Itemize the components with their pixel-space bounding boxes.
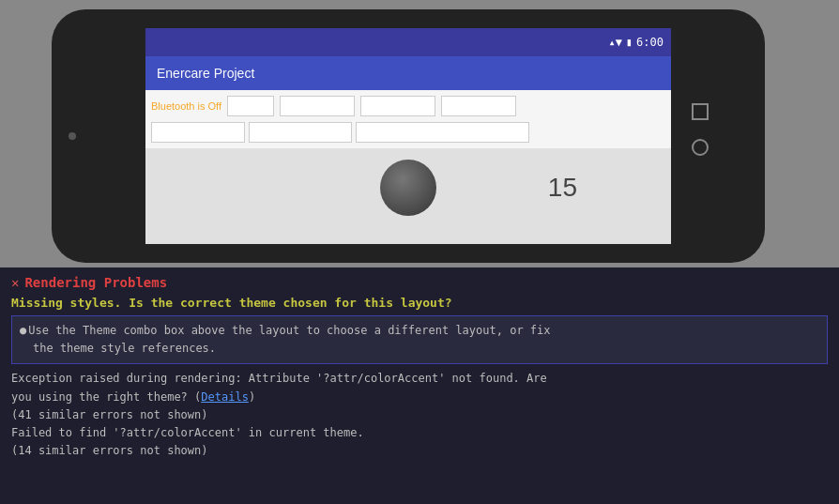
battery-icon: ▮ [626, 36, 633, 49]
you-using-line: you using the right theme? (Details) [11, 389, 828, 406]
nav-square-button[interactable] [692, 103, 709, 120]
status-bar: ▴▼ ▮ 6:00 [145, 28, 671, 56]
phone-screen: ▴▼ ▮ 6:00 Enercare Project Bluetooth is … [145, 28, 671, 244]
input-6[interactable] [249, 122, 352, 143]
wifi-icon: ▴▼ [608, 36, 621, 49]
input-5[interactable] [151, 122, 245, 143]
failed-line: Failed to find '?attr/colorAccent' in cu… [11, 424, 828, 442]
bluetooth-row: Bluetooth is Off [151, 96, 665, 116]
camera-dot [69, 132, 76, 140]
screen-content: Bluetooth is Off [145, 90, 671, 148]
info-box: ●Use the Theme combo box above the layou… [11, 315, 828, 364]
app-bar: Enercare Project [145, 56, 671, 90]
details-link[interactable]: Details [201, 390, 249, 404]
error-panel: ✕ Rendering Problems Missing styles. Is … [0, 267, 839, 504]
phone-device: ▴▼ ▮ 6:00 Enercare Project Bluetooth is … [52, 9, 765, 263]
input-1[interactable] [227, 96, 274, 116]
bluetooth-label: Bluetooth is Off [151, 100, 221, 112]
time-display: 6:00 [636, 36, 664, 49]
error-title: Rendering Problems [24, 275, 167, 290]
nav-buttons [692, 103, 709, 156]
input-3[interactable] [360, 96, 435, 116]
error-heading: Missing styles. Is the correct theme cho… [11, 296, 828, 310]
inputs-row2 [151, 122, 665, 143]
app-title: Enercare Project [157, 66, 254, 81]
similar-errors-1: (41 similar errors not shown) [11, 406, 828, 424]
error-close-icon[interactable]: ✕ [11, 275, 19, 290]
input-4[interactable] [441, 96, 516, 116]
input-7[interactable] [356, 122, 529, 143]
bullet-icon: ● [20, 324, 26, 337]
input-2[interactable] [280, 96, 355, 116]
similar-errors-2: (14 similar errors not shown) [11, 442, 828, 460]
status-icons: ▴▼ ▮ 6:00 [608, 36, 664, 49]
ball [380, 160, 436, 216]
ball-area: 15 [145, 160, 671, 216]
nav-circle-button[interactable] [692, 139, 709, 156]
info-line2: the theme style references. [20, 340, 819, 358]
number-display: 15 [548, 173, 577, 203]
exception-line: Exception raised during rendering: Attri… [11, 370, 828, 388]
error-title-row: ✕ Rendering Problems [11, 275, 828, 290]
info-line1: ●Use the Theme combo box above the layou… [20, 322, 819, 340]
